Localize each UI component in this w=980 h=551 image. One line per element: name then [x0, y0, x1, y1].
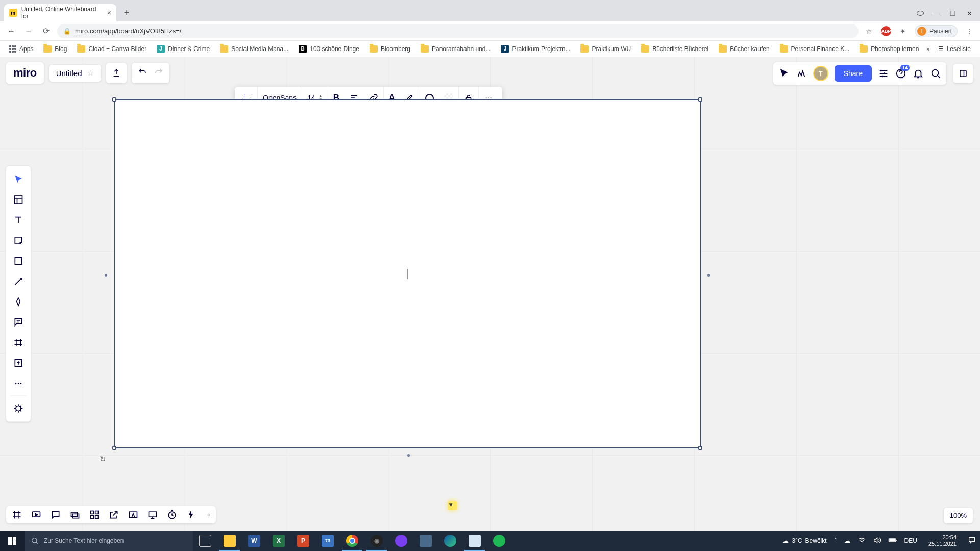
browser-tab[interactable]: m Untitled, Online Whiteboard for × [4, 4, 116, 21]
close-window-button[interactable]: ✕ [966, 10, 973, 17]
start-button[interactable] [0, 531, 24, 551]
bookmark-item[interactable]: Cload + Canva Bilder [73, 43, 151, 55]
onedrive-icon[interactable]: ☁ [844, 537, 850, 544]
pen-tool[interactable] [6, 292, 31, 312]
weather-widget[interactable]: ☁ 3°C Bewölkt [782, 537, 826, 544]
reload-button[interactable]: ⟳ [40, 25, 52, 37]
templates-tool[interactable] [6, 190, 31, 210]
word-icon[interactable]: W [242, 531, 266, 551]
back-button[interactable]: ← [5, 25, 17, 37]
embed-icon[interactable] [128, 509, 139, 520]
text-tool[interactable] [6, 210, 31, 231]
board-title[interactable]: Untitled ☆ [49, 65, 101, 82]
battery-icon[interactable] [888, 536, 897, 546]
maximize-button[interactable]: ❐ [949, 10, 957, 17]
frames-panel-icon[interactable] [11, 509, 22, 520]
export-panel-icon[interactable] [108, 509, 119, 520]
cursor-mode-icon[interactable] [778, 68, 790, 79]
forward-button[interactable]: → [22, 25, 35, 37]
comment-tool[interactable] [6, 312, 31, 333]
more-tools[interactable] [6, 373, 31, 394]
screen-share-icon[interactable] [147, 509, 158, 520]
edge-icon[interactable] [438, 531, 462, 551]
bookmark-item[interactable]: JDinner & Crime [153, 43, 214, 55]
bookmark-item[interactable]: Bloomberg [365, 43, 414, 55]
share-button[interactable]: Share [835, 65, 872, 82]
present-icon[interactable] [31, 509, 42, 520]
voting-icon[interactable] [186, 509, 197, 520]
tray-chevron-icon[interactable]: ˄ [834, 537, 837, 544]
action-center-icon[interactable] [968, 536, 976, 546]
bookmark-item[interactable]: Praktikum WU [576, 43, 635, 55]
reading-list-button[interactable]: ☰Leseliste [934, 43, 975, 55]
extensions-icon[interactable]: ✦ [897, 26, 909, 37]
wifi-icon[interactable] [857, 536, 866, 546]
bookmarks-overflow-icon[interactable]: » [926, 45, 930, 53]
upload-tool[interactable] [6, 353, 31, 373]
bookmark-item[interactable]: Bücher kaufen [715, 43, 773, 55]
apps-tool[interactable] [6, 398, 31, 419]
bookmark-item[interactable]: Blog [39, 43, 71, 55]
bookmark-item[interactable]: Bücherliste Bücherei [637, 43, 713, 55]
bookmark-item[interactable]: Personal Finance K... [776, 43, 854, 55]
bookmark-item[interactable]: JPraktikum Projektm... [497, 43, 574, 55]
spotify-icon[interactable] [487, 531, 511, 551]
taskbar-search[interactable]: Zur Suche Text hier eingeben [24, 531, 193, 551]
abp-extension-icon[interactable]: ABP [881, 26, 891, 36]
notifications-icon[interactable] [913, 68, 924, 79]
kebab-menu-icon[interactable]: ⋮ [964, 26, 975, 37]
line-tool[interactable] [6, 271, 31, 292]
url-field[interactable]: 🔒 miro.com/app/board/uXjVOf85Hzs=/ [57, 24, 859, 38]
zoom-indicator[interactable]: 100% [944, 508, 973, 523]
reactions-icon[interactable] [796, 68, 807, 79]
volume-icon[interactable] [873, 536, 881, 546]
mail-icon[interactable]: 73 [315, 531, 340, 551]
resize-handle-tr[interactable] [698, 97, 702, 102]
redo-button[interactable] [154, 67, 163, 79]
minimize-button[interactable]: — [933, 10, 940, 17]
notepad-icon[interactable] [462, 531, 487, 551]
close-tab-icon[interactable]: × [107, 9, 111, 17]
app-icon-1[interactable] [389, 531, 413, 551]
mid-handle-bottom[interactable] [407, 454, 410, 457]
chrome-icon[interactable] [340, 531, 364, 551]
resize-handle-br[interactable] [698, 446, 702, 450]
bookmark-item[interactable]: B100 schöne Dinge [295, 43, 363, 55]
file-explorer-icon[interactable] [217, 531, 242, 551]
resize-handle-bl[interactable] [112, 446, 116, 450]
account-dot-icon[interactable] [917, 10, 924, 17]
rotate-handle[interactable]: ↻ [100, 455, 106, 464]
grid-icon[interactable] [89, 509, 100, 520]
apps-shortcut[interactable]: Apps [5, 43, 37, 55]
frame-tool[interactable] [6, 333, 31, 353]
sticky-tool[interactable] [6, 231, 31, 251]
mid-handle-left[interactable] [105, 274, 107, 277]
comments-panel-icon[interactable] [50, 509, 61, 520]
selected-shape[interactable]: ↻ [114, 99, 701, 448]
settings-icon[interactable] [878, 68, 889, 79]
language-indicator[interactable]: DEU [904, 537, 917, 544]
clock[interactable]: 20:54 25.11.2021 [924, 534, 961, 547]
activity-panel-button[interactable] [953, 64, 973, 83]
powerpoint-icon[interactable]: P [291, 531, 315, 551]
miro-canvas-area[interactable]: miro Untitled ☆ T Share 14 [0, 57, 980, 531]
obs-icon[interactable]: ◉ [364, 531, 389, 551]
select-tool[interactable] [6, 169, 31, 190]
task-view-icon[interactable] [193, 531, 217, 551]
shape-tool[interactable] [6, 251, 31, 271]
mid-handle-right[interactable] [707, 274, 710, 277]
miro-logo[interactable]: miro [6, 62, 44, 84]
excel-icon[interactable]: X [266, 531, 291, 551]
help-icon[interactable]: 14 [895, 68, 906, 79]
export-button[interactable] [106, 63, 127, 83]
bookmark-item[interactable]: Photoshop lernen [855, 43, 923, 55]
bookmark-item[interactable]: Panoramabahn und... [416, 43, 495, 55]
bookmark-star-icon[interactable]: ☆ [864, 26, 875, 37]
timer-icon[interactable] [166, 509, 178, 520]
cards-icon[interactable] [69, 509, 81, 520]
profile-pill[interactable]: T Pausiert [915, 25, 958, 37]
new-tab-button[interactable]: + [119, 6, 134, 20]
star-icon[interactable]: ☆ [87, 69, 94, 77]
collapse-bottom-bar[interactable]: « [207, 511, 211, 518]
app-icon-2[interactable] [413, 531, 438, 551]
